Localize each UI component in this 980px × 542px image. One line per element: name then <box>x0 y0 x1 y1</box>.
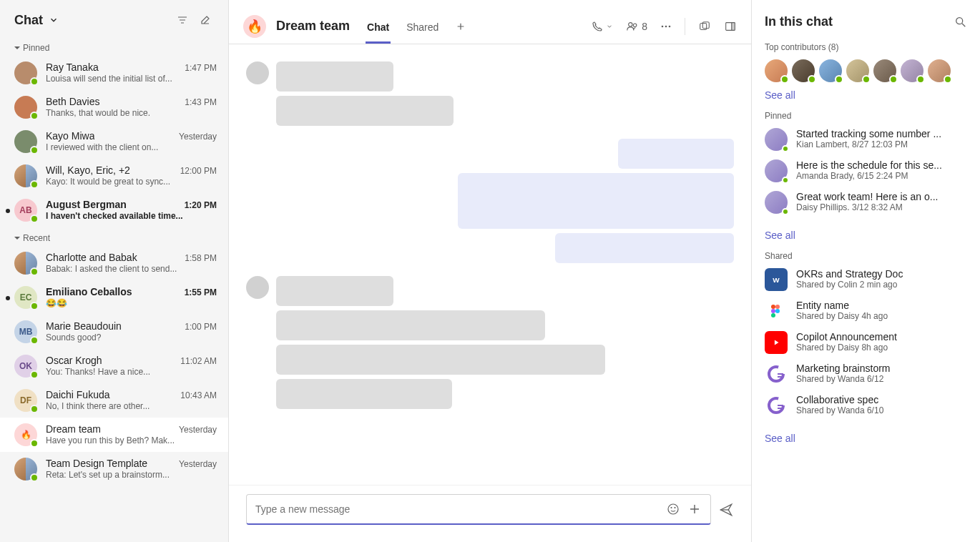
chat-time: 1:55 PM <box>185 287 217 297</box>
svg-point-19 <box>771 313 775 317</box>
shared-file-item[interactable]: Collaborative spec Shared by Wanda 6/10 <box>765 394 967 417</box>
message-bubble[interactable] <box>618 139 734 169</box>
pinned-section-header[interactable]: Pinned <box>0 37 228 56</box>
message-bubble[interactable] <box>555 233 734 263</box>
sidebar-title: Chat <box>14 13 43 28</box>
pinned-message-item[interactable]: Great work team! Here is an o... Daisy P… <box>765 191 967 214</box>
shared-file-item[interactable]: Entity name Shared by Daisy 4h ago <box>765 300 967 322</box>
svg-point-1 <box>634 23 637 26</box>
call-button[interactable] <box>592 21 613 32</box>
chat-name: Emiliano Ceballos <box>46 286 132 297</box>
chat-name: Daichi Fukuda <box>46 389 110 400</box>
svg-point-0 <box>629 22 632 26</box>
message-bubble[interactable] <box>458 173 734 229</box>
sender-avatar <box>246 61 269 84</box>
chat-time: Yesterday <box>179 132 217 142</box>
pinned-message-meta: Kian Lambert, 8/27 12:03 PM <box>796 139 967 149</box>
send-button[interactable] <box>718 502 734 518</box>
chat-list-item[interactable]: Team Design Template Yesterday Reta: Let… <box>0 452 228 486</box>
participants-button[interactable]: 8 <box>626 20 647 33</box>
svg-point-2 <box>662 25 664 27</box>
chat-list-item[interactable]: Will, Kayo, Eric, +2 12:00 PM Kayo: It w… <box>0 159 228 193</box>
shared-file-item[interactable]: Copilot Announcement Shared by Daisy 8h … <box>765 331 967 354</box>
chevron-down-icon[interactable] <box>49 15 59 25</box>
shared-file-title: Marketing brainstorm <box>796 363 967 374</box>
svg-point-12 <box>956 17 963 24</box>
pinned-author-avatar <box>765 191 788 214</box>
chat-list-item[interactable]: Ray Tanaka 1:47 PM Louisa will send the … <box>0 56 228 90</box>
right-panel: In this chat Top contributors (8) See al… <box>751 0 980 542</box>
chat-list-item[interactable]: AB August Bergman 1:20 PM I haven't chec… <box>0 193 228 227</box>
message-bubble[interactable] <box>276 61 393 92</box>
pinned-message-item[interactable]: Started tracking some number ... Kian La… <box>765 128 967 151</box>
message-input[interactable] <box>255 503 659 515</box>
chat-list-item[interactable]: Kayo Miwa Yesterday I reviewed with the … <box>0 124 228 159</box>
message-bubble[interactable] <box>276 345 605 375</box>
see-all-shared-link[interactable]: See all <box>765 433 795 444</box>
tab-shared[interactable]: Shared <box>405 14 440 44</box>
contributor-avatar[interactable] <box>873 59 896 82</box>
emoji-icon[interactable] <box>666 502 680 516</box>
pinned-message-meta: Amanda Brady, 6/15 2:24 PM <box>796 171 967 181</box>
panel-toggle-icon[interactable] <box>724 20 737 33</box>
message-bubble[interactable] <box>276 276 393 306</box>
chat-avatar <box>14 252 37 275</box>
pinned-message-item[interactable]: Here is the schedule for this se... Aman… <box>765 159 967 182</box>
svg-point-15 <box>771 305 775 309</box>
see-all-pinned-link[interactable]: See all <box>765 230 795 241</box>
recent-section-header[interactable]: Recent <box>0 227 228 246</box>
shared-file-item[interactable]: Marketing brainstorm Shared by Wanda 6/1… <box>765 363 967 385</box>
chat-preview: Sounds good? <box>46 332 217 343</box>
chat-time: 1:20 PM <box>185 200 217 210</box>
chat-time: 1:58 PM <box>185 253 217 263</box>
chat-time: Yesterday <box>179 425 217 435</box>
chat-name: Marie Beaudouin <box>46 320 122 332</box>
contributor-avatar[interactable] <box>792 59 815 82</box>
message-group-incoming <box>246 61 734 126</box>
messages-area <box>229 44 751 485</box>
tab-chat[interactable]: Chat <box>366 14 391 44</box>
contributor-avatar[interactable] <box>819 59 842 82</box>
svg-point-11 <box>675 508 675 508</box>
add-tab-button[interactable] <box>454 14 467 44</box>
contributors-row <box>765 59 967 82</box>
copilot-icon[interactable] <box>698 20 711 33</box>
message-bubble[interactable] <box>276 310 545 340</box>
chat-avatar: AB <box>14 199 37 222</box>
search-icon[interactable] <box>954 16 967 29</box>
contributor-avatar[interactable] <box>901 59 923 82</box>
contributor-avatar[interactable] <box>846 59 869 82</box>
chat-name: Kayo Miwa <box>46 130 94 142</box>
shared-file-item[interactable]: W OKRs and Strategy Doc Shared by Colin … <box>765 268 967 291</box>
compose-icon[interactable] <box>197 11 214 29</box>
chat-list-item[interactable]: OK Oscar Krogh 11:02 AM You: Thanks! Hav… <box>0 349 228 383</box>
shared-file-title: Entity name <box>796 300 967 311</box>
pinned-author-avatar <box>765 128 788 151</box>
chat-time: 1:43 PM <box>185 97 217 107</box>
message-input-box[interactable] <box>246 494 711 525</box>
chat-list-item[interactable]: EC Emiliano Ceballos 1:55 PM 😂😂 <box>0 280 228 315</box>
main-area: 🔥 Dream team Chat Shared 8 <box>229 0 751 542</box>
pinned-message-meta: Daisy Phillips. 3/12 8:32 AM <box>796 202 967 212</box>
see-all-contributors-link[interactable]: See all <box>765 89 795 101</box>
contributor-avatar[interactable] <box>928 59 951 82</box>
chat-list-item[interactable]: 🔥 Dream team Yesterday Have you run this… <box>0 418 228 452</box>
main-header: 🔥 Dream team Chat Shared 8 <box>229 0 751 44</box>
chat-list-item[interactable]: Beth Davies 1:43 PM Thanks, that would b… <box>0 90 228 124</box>
add-attachment-icon[interactable] <box>687 502 702 516</box>
message-bubble[interactable] <box>276 379 452 409</box>
chat-preview: Babak: I asked the client to send... <box>46 264 217 274</box>
chat-list-item[interactable]: Charlotte and Babak 1:58 PM Babak: I ask… <box>0 246 228 280</box>
chat-list-item[interactable]: MB Marie Beaudouin 1:00 PM Sounds good? <box>0 315 228 349</box>
chat-list-item[interactable]: DF Daichi Fukuda 10:43 AM No, I think th… <box>0 383 228 418</box>
more-options-button[interactable] <box>660 21 672 32</box>
message-bubble[interactable] <box>276 96 454 126</box>
pinned-messages-list: Started tracking some number ... Kian La… <box>765 128 967 214</box>
svg-point-16 <box>775 305 780 309</box>
filter-icon[interactable] <box>174 11 191 29</box>
chat-avatar <box>14 164 37 187</box>
chat-time: 1:00 PM <box>185 322 217 332</box>
shared-file-meta: Shared by Daisy 8h ago <box>796 343 967 353</box>
contributor-avatar[interactable] <box>765 59 788 82</box>
pinned-list: Ray Tanaka 1:47 PM Louisa will send the … <box>0 56 228 227</box>
